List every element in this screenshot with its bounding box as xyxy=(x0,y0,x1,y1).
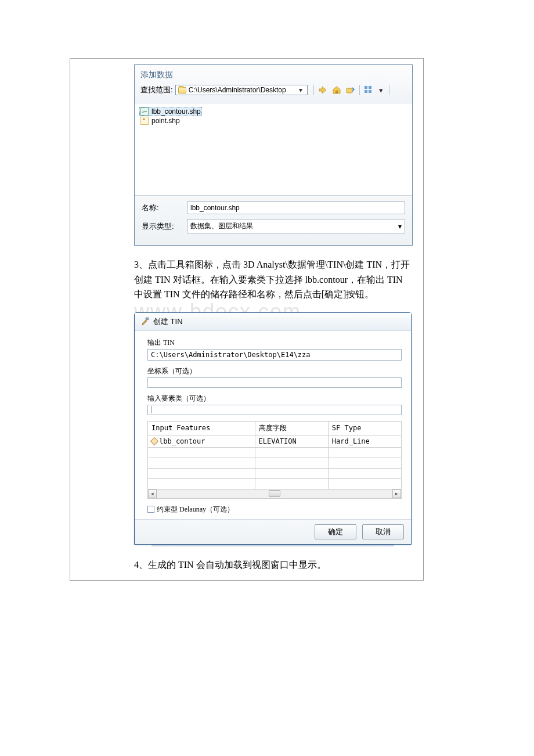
document-frame: 添加数据 查找范围: C:\Users\Administrator\Deskto… xyxy=(70,58,424,581)
file-item[interactable]: lbb_contour.shp xyxy=(139,107,202,116)
file-name: point.shp xyxy=(151,117,180,125)
bottom-fields: 名称: lbb_contour.shp 显示类型: 数据集、图层和结果 ▾ xyxy=(135,195,412,245)
cell-feature: lbb_contour xyxy=(159,437,205,445)
folder-icon xyxy=(178,87,186,93)
svg-rect-2 xyxy=(365,86,367,89)
feature-table: Input Features 高度字段 SF Type lbb_contour … xyxy=(147,421,402,489)
type-select[interactable]: 数据集、图层和结果 ▾ xyxy=(187,219,405,233)
create-tin-wrap: 创建 TIN 输出 TIN C:\Users\Administrator\Des… xyxy=(134,312,412,547)
feature-class-label: 输入要素类（可选） xyxy=(147,394,402,404)
table-row xyxy=(148,447,402,458)
separator xyxy=(359,85,360,95)
output-tin-label: 输出 TIN xyxy=(147,338,402,348)
scroll-left-icon[interactable]: ◂ xyxy=(148,489,157,498)
table-row xyxy=(148,478,402,489)
dialog-shadow xyxy=(151,545,394,547)
scroll-thumb[interactable] xyxy=(269,490,280,497)
type-label: 显示类型: xyxy=(142,221,187,232)
col-sf-type[interactable]: SF Type xyxy=(328,421,401,435)
create-tin-title: 创建 TIN xyxy=(153,316,183,327)
lookup-path-text: C:\Users\Administrator\Desktop xyxy=(189,86,286,94)
connect-folder-icon[interactable] xyxy=(345,85,356,95)
col-input-features[interactable]: Input Features xyxy=(148,421,255,435)
lookup-label: 查找范围: xyxy=(140,85,173,95)
scroll-right-icon[interactable]: ▸ xyxy=(392,489,401,498)
create-tin-titlebar: 创建 TIN xyxy=(135,313,411,331)
svg-rect-5 xyxy=(369,90,371,93)
table-row xyxy=(148,458,402,468)
coord-input[interactable] xyxy=(147,377,402,388)
svg-rect-4 xyxy=(365,90,367,93)
coord-label: 坐标系（可选） xyxy=(147,366,402,376)
paragraph-step-3: 3、点击工具箱图标，点击 3D Analyst\数据管理\TIN\创建 TIN，… xyxy=(134,257,412,302)
home-icon[interactable] xyxy=(331,85,342,95)
paragraph-step-4: 4、生成的 TIN 会自动加载到视图窗口中显示。 xyxy=(134,557,412,573)
add-data-dialog: 添加数据 查找范围: C:\Users\Administrator\Deskto… xyxy=(134,64,413,246)
shapefile-line-icon xyxy=(140,107,149,116)
shapefile-point-icon xyxy=(140,117,149,125)
feature-class-input[interactable]: | xyxy=(147,405,402,415)
svg-rect-3 xyxy=(369,86,371,89)
cell-sftype: Hard_Line xyxy=(328,435,401,447)
lookup-path-select[interactable]: C:\Users\Administrator\Desktop ▾ xyxy=(175,85,308,95)
polygon-icon xyxy=(150,437,158,445)
svg-rect-6 xyxy=(146,318,149,320)
add-data-title: 添加数据 xyxy=(140,70,406,80)
svg-rect-0 xyxy=(335,91,338,93)
view-grid-icon[interactable] xyxy=(363,85,374,95)
file-list[interactable]: lbb_contour.shp point.shp xyxy=(135,103,412,195)
cancel-button[interactable]: 取消 xyxy=(362,524,404,539)
ok-button[interactable]: 确定 xyxy=(315,524,356,539)
table-row xyxy=(148,468,402,478)
cell-height: ELEVATION xyxy=(255,435,328,447)
up-level-icon[interactable] xyxy=(317,85,328,95)
col-height-field[interactable]: 高度字段 xyxy=(255,421,328,435)
toolbar-icons: ▾ xyxy=(310,85,389,95)
constraint-checkbox-row[interactable]: 约束型 Delaunay（可选） xyxy=(147,505,402,514)
file-item[interactable]: point.shp xyxy=(139,116,407,125)
chevron-down-icon: ▾ xyxy=(297,86,305,94)
separator xyxy=(389,85,389,95)
separator xyxy=(313,85,314,95)
create-tin-dialog: 创建 TIN 输出 TIN C:\Users\Administrator\Des… xyxy=(134,312,412,545)
horizontal-scrollbar[interactable]: ◂ ▸ xyxy=(147,489,402,499)
dialog-footer: 确定 取消 xyxy=(135,519,411,544)
output-tin-input[interactable]: C:\Users\Administrator\Desktop\E14\zza xyxy=(147,349,402,361)
lookup-row: 查找范围: C:\Users\Administrator\Desktop ▾ xyxy=(140,85,406,95)
file-name: lbb_contour.shp xyxy=(151,107,201,116)
constraint-label: 约束型 Delaunay（可选） xyxy=(157,505,234,514)
table-row[interactable]: lbb_contour ELEVATION Hard_Line xyxy=(148,435,402,447)
name-input[interactable]: lbb_contour.shp xyxy=(187,201,405,214)
name-label: 名称: xyxy=(142,203,187,213)
content-cell: 添加数据 查找范围: C:\Users\Administrator\Deskto… xyxy=(70,64,423,572)
chevron-down-icon[interactable]: ▾ xyxy=(377,86,385,94)
tool-hammer-icon xyxy=(140,317,150,326)
chevron-down-icon: ▾ xyxy=(398,222,402,231)
checkbox-icon[interactable] xyxy=(147,506,154,513)
svg-rect-1 xyxy=(347,88,352,93)
type-value: 数据集、图层和结果 xyxy=(190,221,253,231)
